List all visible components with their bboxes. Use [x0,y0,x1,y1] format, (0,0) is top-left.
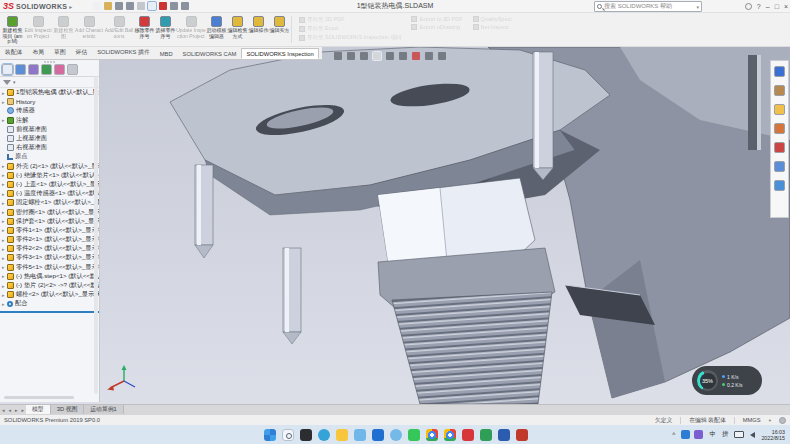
tree-item[interactable]: ▸ 零件2<2> (默认<<默认>_显示状 [0,244,99,253]
taskbar-app-icon[interactable] [390,429,402,441]
taskbar-app-icon[interactable] [354,429,366,441]
export-menu-item[interactable]: Export to 3D PDF [411,16,462,22]
tree-item[interactable]: ▸ 螺栓<2> (默认<<默认>_显示状态 [0,290,99,299]
ribbon-button[interactable]: 新建检查项目 (amp:M) [2,14,23,45]
panel-tab-icon[interactable] [54,64,65,75]
ribbon-tab[interactable]: 草图 [49,45,71,59]
ribbon-button[interactable]: Add/Edit Balloons [104,14,134,45]
tree-filter[interactable]: ▾ [0,77,99,88]
speaker-icon[interactable] [750,432,755,438]
quick-access-icon[interactable] [159,2,167,10]
ribbon-button[interactable]: 选择零件序号 [155,14,176,45]
tree-item[interactable]: ▸ 零件1<1> (默认<<默认>_显示状 [0,226,99,235]
task-pane-tab-icon[interactable] [774,104,785,115]
model-view-tab[interactable]: 运动算例1 [84,405,123,414]
tray-icon[interactable] [694,430,703,439]
status-unit-system[interactable]: MMGS [743,417,761,423]
tree-item[interactable]: ▸ (-) 热电偶.step<1> (默认<<默认> [0,272,99,281]
tree-item[interactable]: ▸ 外壳 (2)<1> (默认<<默认>_显示状 [0,162,99,171]
ribbon-tab[interactable]: SOLIDWORKS 插件 [92,45,155,59]
ribbon-button[interactable]: 编辑实方 [269,14,290,45]
search-input[interactable]: 搜索 SOLIDWORKS 帮助 ▾ [594,1,702,12]
taskbar-app-icon[interactable] [408,429,420,441]
task-pane-tab-icon[interactable] [774,66,785,77]
heads-up-icon[interactable] [334,52,342,60]
export-menu-item[interactable]: 导出至 2D PDF [299,16,401,23]
tree-item[interactable]: ▸ (-) 垫片 (2)<2> ->? (默认<<默认> [0,281,99,290]
3d-viewport[interactable] [0,47,790,404]
tree-item[interactable]: ▸ 零件5<1> (默认<<默认>_显示状 [0,263,99,272]
help-button[interactable]: ? [757,3,761,10]
taskbar-app-icon[interactable] [480,429,492,441]
quick-access-icon[interactable] [93,2,101,10]
ime-mode-indicator[interactable]: 拼 [722,430,729,439]
quick-access-icon[interactable] [137,2,145,10]
taskbar-app-icon[interactable] [336,429,348,441]
panel-tab-icon[interactable] [15,64,26,75]
status-caret-icon[interactable]: ▾ [769,418,771,423]
taskbar-app-icon[interactable] [300,429,312,441]
task-pane-tab-icon[interactable] [774,142,785,153]
model-view-tab[interactable]: 模型 [26,405,51,414]
tree-item[interactable]: ▸ 前视基准面 [0,125,99,134]
display-icon[interactable] [734,431,744,438]
task-pane-tab-icon[interactable] [774,180,785,191]
filter-caret-icon[interactable]: ▾ [13,79,16,85]
ribbon-button[interactable]: Edit Inspection Project [23,14,53,45]
login-icon[interactable] [745,3,752,10]
taskbar-clock[interactable]: 16:03 2022/8/15 [761,429,785,441]
quick-access-icon[interactable] [181,2,189,10]
heads-up-icon[interactable] [373,52,381,60]
taskbar-app-icon[interactable] [318,429,330,441]
tree-item[interactable]: ▸ 注解 [0,116,99,125]
export-menu-item[interactable]: Export eDrawing [411,24,462,30]
heads-up-icon[interactable] [360,52,368,60]
menu-flyout-arrow-icon[interactable]: ▸ [69,3,72,10]
model-view-tab[interactable]: 3D 视图 [51,405,85,414]
ribbon-tab[interactable]: 布局 [27,45,49,59]
taskbar-app-icon[interactable] [426,429,438,441]
tree-horizontal-scrollbar[interactable] [4,396,74,399]
performance-overlay[interactable]: 35% 1 K/s 0.2 K/s [692,366,762,395]
tree-item[interactable]: ▸ 零件2<1> (默认<<默认>_显示状 [0,235,99,244]
quick-access-icon[interactable] [126,2,134,10]
restore-button[interactable]: □ [775,3,779,10]
tree-item[interactable]: ▸ 密封圈<1> (默认<<默认>_显示状 [0,207,99,216]
tree-item[interactable]: ▸ 原点 [0,152,99,161]
ribbon-button[interactable]: 新建检查图 [53,14,74,45]
taskbar-app-icon[interactable] [516,429,528,441]
heads-up-icon[interactable] [399,52,407,60]
ribbon-button[interactable]: 编辑操作 [248,14,269,45]
ribbon-button[interactable]: Update Inspection Project [176,14,206,45]
ribbon-tab[interactable]: SOLIDWORKS Inspection [241,48,318,59]
tree-item[interactable]: ▸ 零件3<1> (默认<<默认>_显示状 [0,253,99,262]
taskbar-app-icon[interactable] [282,429,294,441]
task-pane-tab-icon[interactable] [774,85,785,96]
quick-access-icon[interactable] [82,2,90,10]
ribbon-tab[interactable]: 评估 [71,45,93,59]
tree-item[interactable]: ▸ 传感器 [0,106,99,115]
task-pane-tab-icon[interactable] [774,123,785,134]
panel-tab-icon[interactable] [67,64,78,75]
tree-item[interactable]: ▸ 上视基准面 [0,134,99,143]
ribbon-tab[interactable]: 装配体 [0,45,27,59]
taskbar-app-icon[interactable] [264,429,276,441]
heads-up-icon[interactable] [425,52,433,60]
heads-up-icon[interactable] [438,52,446,60]
panel-tab-icon[interactable] [28,64,39,75]
quick-access-icon[interactable] [170,2,178,10]
heads-up-icon[interactable] [386,52,394,60]
ribbon-button[interactable]: Add Characteristic [74,14,104,45]
quick-access-icon[interactable] [115,2,123,10]
tree-item[interactable]: ▸ History [0,97,99,106]
tree-vertical-scrollbar[interactable] [94,76,98,394]
tree-item[interactable]: ▸ 右视基准面 [0,143,99,152]
ribbon-tab[interactable]: MBD [155,48,178,59]
export-menu-item[interactable]: QualitySpect [473,16,512,22]
export-menu-item[interactable]: 导出至 SOLIDWORKS Inspection 项目 [299,34,401,41]
search-caret-icon[interactable]: ▾ [696,4,699,10]
tree-item[interactable]: ▸ 保护套<1> (默认<<默认>_显示状 [0,217,99,226]
quick-access-icon[interactable] [104,2,112,10]
tree-item[interactable]: ▸ (-) 绝缘垫片<1> (默认<<默认>_显 [0,171,99,180]
close-button[interactable]: × [784,3,788,10]
